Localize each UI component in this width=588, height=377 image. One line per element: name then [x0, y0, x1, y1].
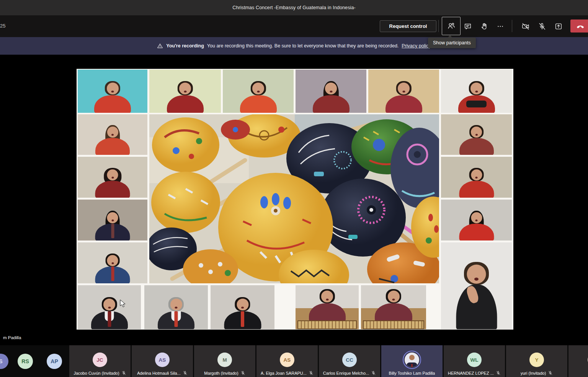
participant-tile[interactable]: ASA. Elga Joan SARAPU...: [256, 345, 318, 377]
participant-avatar: AS: [280, 353, 294, 367]
head: [170, 299, 182, 310]
person-figure: [167, 81, 204, 113]
head: [107, 169, 118, 180]
marimba-instrument: [363, 320, 424, 329]
torso: [459, 224, 494, 240]
show-participants-tooltip: Show participants: [428, 37, 476, 48]
head: [471, 169, 482, 180]
participant-tile-partial[interactable]: [568, 345, 588, 377]
video-tile: [211, 285, 274, 329]
mic-muted-icon: [121, 370, 126, 375]
participant-tile[interactable]: CCCarlos Enrique Melcho...: [319, 345, 380, 377]
participant-avatar: JC: [93, 353, 107, 367]
participant-name: Adelina Hotmauli Sila...: [132, 370, 193, 375]
torso: [167, 95, 204, 113]
participant-tile[interactable]: MMargoth (Invitado): [194, 345, 255, 377]
teams-meeting-window: Christmas Concert -Embassy of Guatemala …: [0, 0, 588, 377]
participant-tile[interactable]: ASAdelina Hotmauli Sila...: [132, 345, 193, 377]
raise-hand-button[interactable]: [479, 21, 489, 31]
video-tile: [368, 70, 439, 113]
head: [388, 291, 400, 302]
video-tile: [441, 114, 512, 155]
share-tray-button[interactable]: [554, 21, 564, 31]
video-tile: [78, 114, 147, 155]
person-figure: [459, 211, 494, 240]
head: [471, 127, 482, 138]
raise-hand-icon: [480, 22, 488, 31]
meeting-title: Christmas Concert -Embassy of Guatemala …: [232, 5, 355, 10]
more-options-button[interactable]: [495, 21, 505, 31]
head: [107, 212, 118, 223]
head: [107, 127, 118, 138]
person-figure: [95, 253, 130, 283]
avatar[interactable]: RS: [18, 354, 33, 369]
show-participants-button[interactable]: [442, 17, 461, 35]
head: [179, 83, 191, 94]
mic-muted-icon: [371, 370, 376, 375]
participant-tile[interactable]: JCJacobo Cuvún (Invitado): [69, 345, 131, 377]
mic-muted-icon: [309, 370, 314, 375]
participant-avatar: AS: [155, 353, 170, 367]
participant-avatar: CC: [342, 353, 357, 367]
torso: [240, 95, 277, 113]
torso: [95, 266, 130, 283]
more-options-icon: [496, 22, 505, 31]
person-figure: [458, 81, 495, 113]
marimba-instrument: [297, 320, 357, 329]
person-figure: [94, 81, 131, 113]
person-figure: [95, 168, 130, 198]
mic-muted-icon: [496, 370, 501, 375]
video-tile: [78, 157, 147, 198]
video-tile: [441, 157, 512, 198]
video-tile: [441, 200, 512, 240]
privacy-policy-link[interactable]: Privacy policy: [402, 43, 431, 49]
hang-up-button[interactable]: [570, 20, 588, 32]
torso: [385, 95, 422, 113]
toolbar-divider: [438, 20, 439, 32]
video-tile: [78, 200, 147, 240]
avatar[interactable]: S: [0, 354, 8, 369]
head: [107, 255, 118, 266]
overflow-avatars-section: SRSAP: [0, 345, 68, 377]
chat-button[interactable]: [463, 21, 473, 31]
participant-avatar: M: [217, 353, 232, 367]
participant-tile[interactable]: Billy Toshiko Lam Padilla: [381, 345, 443, 377]
mic-muted-icon: [183, 370, 188, 375]
participant-name: Margoth (Invitado): [194, 370, 255, 375]
video-tile: [149, 70, 221, 113]
participants-filmstrip: SRSAPJCJacobo Cuvún (Invitado)ASAdelina …: [0, 345, 588, 377]
head: [103, 299, 115, 310]
torso: [375, 303, 412, 322]
person-figure: [224, 297, 261, 329]
video-tile: [78, 242, 147, 283]
camera-toggle-button[interactable]: [521, 21, 531, 31]
person-figure: [375, 289, 412, 321]
mic-toggle-button[interactable]: [537, 21, 547, 31]
video-tile: [78, 285, 141, 329]
head: [470, 83, 482, 94]
video-tile: [296, 285, 359, 329]
torso: [459, 181, 494, 198]
head: [398, 83, 410, 94]
mouse-cursor: [120, 299, 126, 308]
person-figure: [158, 297, 194, 329]
mic-muted-icon: [240, 370, 245, 375]
mic-off-icon: [538, 22, 546, 31]
recording-banner-text: You are recording this meeting. Be sure …: [207, 43, 399, 49]
person-figure: [313, 81, 350, 113]
torso: [158, 311, 194, 329]
participant-name: HERNANDEZ LOPEZ ...: [444, 370, 505, 375]
torso: [459, 138, 494, 155]
recording-banner: You're recording You are recording this …: [0, 37, 588, 55]
torso: [94, 95, 131, 113]
head: [321, 291, 333, 302]
participant-name: Carlos Enrique Melcho...: [319, 370, 380, 375]
participant-tile[interactable]: Yyuri (Invitado): [506, 345, 567, 377]
warning-icon: [157, 43, 163, 49]
participant-tile[interactable]: WLHERNANDEZ LOPEZ ...: [444, 345, 505, 377]
torso: [91, 311, 128, 329]
video-tile: [361, 285, 426, 329]
request-control-button[interactable]: Request control: [380, 20, 436, 32]
person-figure: [240, 81, 277, 113]
avatar[interactable]: AP: [47, 354, 62, 369]
